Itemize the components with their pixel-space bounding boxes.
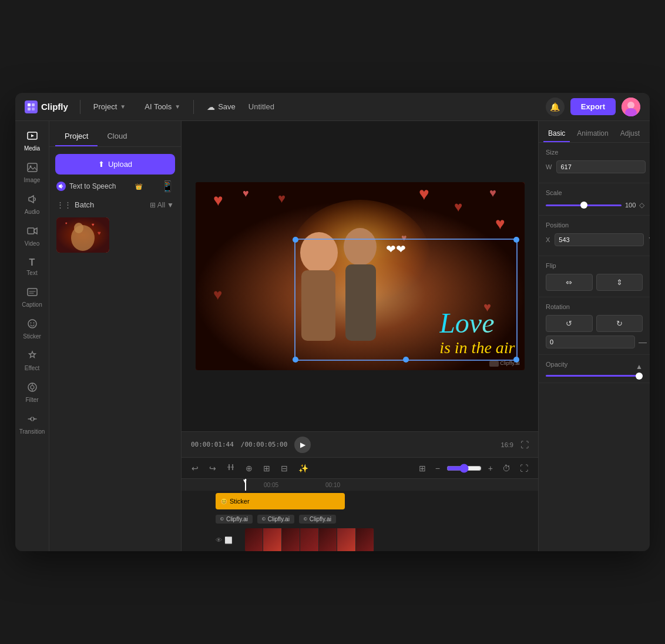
- caption-logo-icon-3: ©: [304, 516, 307, 522]
- ai-tools-label: AI Tools: [145, 102, 172, 111]
- notifications-button[interactable]: 🔔: [546, 98, 565, 116]
- media-label: Media: [24, 145, 40, 152]
- opacity-section: Opacity ▲: [539, 355, 650, 383]
- width-input[interactable]: [556, 160, 646, 173]
- flip-buttons: ⇔ ⇕: [546, 274, 643, 291]
- svg-text:♥: ♥: [278, 191, 286, 206]
- strip-frame-5: [319, 528, 337, 551]
- crown-badge: 👑: [135, 183, 142, 190]
- video-strip[interactable]: [245, 528, 374, 551]
- svg-point-27: [300, 232, 338, 273]
- rotation-buttons: ↺ ↻: [546, 315, 643, 332]
- opacity-slider-container: [546, 375, 643, 377]
- fit-button[interactable]: ⊞: [416, 462, 429, 475]
- fullscreen-button[interactable]: ⛶: [517, 462, 531, 475]
- caption-chip-1[interactable]: © Clipfly.ai: [216, 515, 253, 524]
- sticker-track: 😊 Sticker: [182, 491, 538, 512]
- x-input[interactable]: [555, 233, 644, 246]
- delete-button[interactable]: ⊟: [278, 462, 291, 475]
- zoom-out-button[interactable]: −: [432, 462, 443, 475]
- undo-button[interactable]: ↩: [189, 462, 201, 475]
- media-thumbnail-1[interactable]: ♥ ♥ ♥: [56, 217, 109, 253]
- rotate-cw-button[interactable]: ↻: [596, 315, 643, 332]
- split-button[interactable]: [224, 461, 238, 475]
- user-avatar[interactable]: [622, 98, 640, 116]
- scale-slider[interactable]: [546, 204, 622, 206]
- sidebar-item-sticker[interactable]: Sticker: [18, 314, 47, 344]
- batch-label: ⋮⋮ Batch: [56, 200, 94, 209]
- svg-text:♥: ♥: [495, 214, 505, 233]
- main-content: Media Image: [15, 121, 650, 551]
- time-total: /00:00:05:00: [241, 441, 287, 448]
- effects-button[interactable]: ✨: [295, 462, 311, 475]
- zoom-in-button[interactable]: +: [485, 462, 496, 475]
- opacity-label: Opacity: [546, 361, 567, 368]
- rp-tab-animation[interactable]: Animation: [572, 126, 613, 142]
- caption-chip-3[interactable]: © Clipfly.ai: [299, 515, 336, 524]
- zoom-slider[interactable]: [446, 464, 482, 473]
- rotate-ccw-button[interactable]: ↺: [546, 315, 593, 332]
- sidebar-item-image[interactable]: Image: [18, 157, 47, 188]
- sidebar-item-transition[interactable]: Transition: [18, 409, 47, 440]
- sticker-clip[interactable]: 😊 Sticker: [216, 493, 345, 509]
- filter-icon: [27, 382, 38, 395]
- tab-cloud[interactable]: Cloud: [98, 127, 136, 146]
- save-button[interactable]: ☁ Save: [201, 99, 241, 115]
- redo-button[interactable]: ↪: [206, 462, 219, 475]
- rotation-input[interactable]: [546, 336, 635, 348]
- opacity-chevron[interactable]: ▲: [636, 363, 643, 371]
- flip-horizontal-button[interactable]: ⇔: [546, 274, 593, 291]
- svg-text:♥: ♥: [401, 233, 407, 243]
- ruler-marks: 00:05 00:10: [217, 482, 340, 488]
- sidebar-item-audio[interactable]: Audio: [18, 189, 47, 220]
- panel-tabs: Project Cloud: [49, 121, 181, 146]
- header: Clipfly Project ▼ AI Tools ▼ ☁ Save Unti…: [15, 93, 650, 121]
- timeline-ruler: 00:05 00:10: [182, 479, 538, 491]
- rp-tab-adjust[interactable]: Adjust: [616, 126, 644, 142]
- svg-point-21: [74, 223, 83, 233]
- sidebar-item-text[interactable]: T Text: [18, 253, 47, 281]
- text-to-speech-button[interactable]: Text to Speech: [56, 179, 116, 193]
- ai-tools-menu[interactable]: AI Tools ▼: [139, 99, 186, 114]
- project-menu[interactable]: Project ▼: [88, 99, 132, 114]
- watermark: Clipfly.ai: [489, 360, 520, 367]
- svg-rect-10: [28, 228, 34, 234]
- w-label: W: [546, 163, 552, 170]
- add-button[interactable]: ⊕: [243, 462, 256, 475]
- right-panel-tabs: Basic Animation Adjust: [539, 121, 650, 143]
- aspect-ratio: 16:9: [501, 441, 513, 448]
- copy-button[interactable]: ⊞: [260, 462, 273, 475]
- strip-frame-7: [356, 528, 374, 551]
- sidebar-item-effect[interactable]: Effect: [18, 346, 47, 376]
- rp-tab-basic[interactable]: Basic: [543, 126, 570, 142]
- export-button[interactable]: Export: [570, 98, 616, 115]
- sticker-label: Sticker: [23, 333, 41, 340]
- upload-icon: ⬆: [98, 160, 105, 169]
- video-controls: 00:00:01:44 /00:00:05:00 ▶ 16:9 ⛶: [182, 431, 538, 457]
- flip-vertical-button[interactable]: ⇕: [596, 274, 643, 291]
- clock-button[interactable]: ⏱: [499, 462, 513, 475]
- sidebar-item-media[interactable]: Media: [18, 126, 47, 156]
- scale-keyframe[interactable]: ◇: [639, 201, 644, 209]
- rotation-section: Rotation ↺ ↻ — ◇: [539, 297, 650, 355]
- batch-text: Batch: [75, 200, 94, 209]
- caption-chip-2[interactable]: © Clipfly.ai: [257, 515, 294, 524]
- tab-project[interactable]: Project: [55, 127, 98, 146]
- track-eye-button[interactable]: 👁: [216, 536, 222, 544]
- upload-button[interactable]: ⬆ Upload: [55, 154, 175, 175]
- timeline-toolbar: ↩ ↪ ⊕ ⊞ ⊟ ✨ ⊞ −: [182, 458, 538, 479]
- svg-rect-28: [301, 270, 335, 341]
- sidebar-item-video[interactable]: Video: [18, 221, 47, 251]
- svg-rect-11: [28, 289, 37, 296]
- mobile-icon[interactable]: 📱: [161, 180, 174, 193]
- play-button[interactable]: ▶: [294, 437, 311, 453]
- track-lock-button[interactable]: ⬜: [224, 536, 233, 544]
- video-frame: ♥ ♥ ♥ ♥ ♥ ♥ ♥ ♥ ♥ ♥ L: [196, 182, 525, 370]
- svg-point-29: [344, 228, 377, 266]
- sidebar-item-caption[interactable]: Caption: [18, 282, 47, 313]
- sidebar-item-filter[interactable]: Filter: [18, 377, 47, 408]
- position-section: Position X Y ◇: [539, 216, 650, 256]
- opacity-slider[interactable]: [546, 375, 643, 377]
- all-filter[interactable]: ⊞ All ▼: [150, 201, 174, 209]
- expand-button[interactable]: ⛶: [520, 440, 529, 450]
